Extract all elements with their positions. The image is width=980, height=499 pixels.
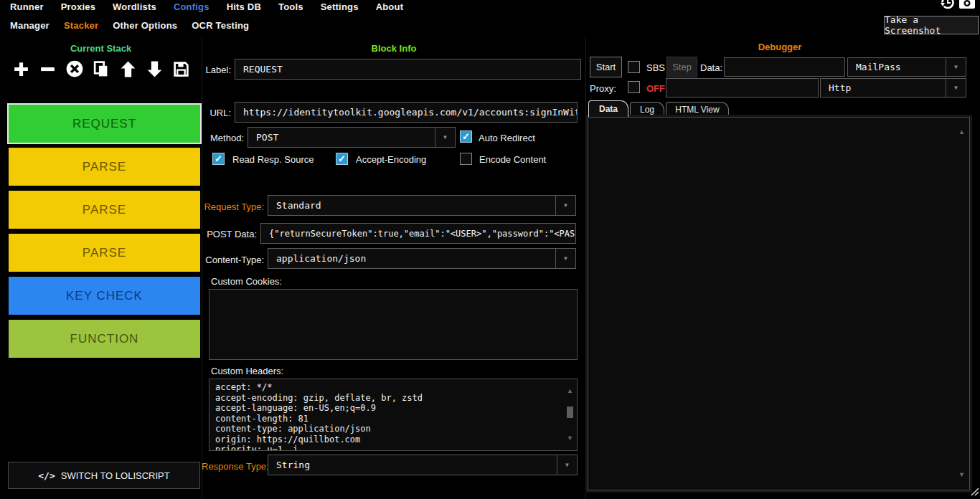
response-type-select[interactable]: String ▼ — [268, 455, 578, 475]
submenu-stacker[interactable]: Stacker — [64, 20, 98, 31]
stack-block-function[interactable]: FUNCTION — [9, 320, 200, 358]
tab-html-view[interactable]: HTML View — [666, 102, 729, 117]
openbullet-window: Runner Proxies Wordlists Configs Hits DB… — [0, 0, 980, 499]
stack-block-keycheck[interactable]: KEY CHECK — [9, 277, 200, 315]
remove-block-icon[interactable] — [37, 59, 58, 79]
menu-tools[interactable]: Tools — [278, 1, 303, 12]
request-type-label: Request Type: — [202, 201, 264, 212]
code-icon: </> — [38, 470, 55, 481]
chevron-down-icon: ▼ — [435, 128, 455, 147]
content-type-select[interactable]: application/json ▼ — [268, 248, 576, 269]
stack-block-parse-1[interactable]: PARSE — [9, 148, 200, 186]
data-label: Data: — [700, 62, 722, 73]
stack-block-request[interactable]: REQUEST — [9, 105, 200, 143]
block-info-title: Block Info — [202, 43, 586, 54]
menu-configs[interactable]: Configs — [174, 1, 209, 12]
proxy-type-select[interactable]: Http ▼ — [820, 78, 966, 98]
chevron-down-icon: ▼ — [555, 249, 575, 268]
camera-icon[interactable] — [958, 0, 976, 12]
response-type-value: String — [276, 460, 310, 470]
switch-label: SWITCH TO LOLISCRIPT — [61, 470, 170, 481]
debugger-output-area[interactable]: ▲ ▼ — [588, 117, 970, 490]
debug-data-input[interactable] — [724, 57, 845, 77]
block-label: PARSE — [83, 203, 126, 217]
scroll-down-icon[interactable]: ▼ — [958, 472, 965, 478]
block-label: PARSE — [83, 246, 126, 260]
duplicate-block-icon[interactable] — [90, 59, 112, 79]
stack-block-parse-2[interactable]: PARSE — [9, 191, 200, 229]
save-config-icon[interactable] — [171, 59, 192, 79]
stack-block-parse-3[interactable]: PARSE — [9, 234, 200, 272]
scrollbar-thumb[interactable] — [567, 407, 573, 418]
move-up-icon[interactable] — [117, 59, 138, 79]
read-resp-source-checkbox[interactable] — [212, 153, 225, 165]
chevron-down-icon: ▼ — [557, 455, 577, 475]
scroll-down-icon[interactable]: ▼ — [567, 435, 573, 442]
sbs-label: SBS — [646, 62, 665, 73]
encode-content-label: Encode Content — [479, 154, 546, 165]
request-type-value: Standard — [276, 200, 321, 211]
chevron-down-icon: ▼ — [946, 79, 966, 97]
wordlist-type-value: MailPass — [856, 62, 901, 72]
tab-label: HTML View — [675, 105, 719, 115]
move-down-icon[interactable] — [144, 59, 166, 79]
label-field-label: Label: — [202, 65, 231, 75]
main-menubar: Runner Proxies Wordlists Configs Hits DB… — [10, 0, 403, 13]
auto-redirect-checkbox[interactable] — [460, 130, 472, 143]
accept-encoding-checkbox[interactable] — [336, 153, 348, 165]
url-field-label: URL: — [202, 108, 231, 118]
custom-headers-label: Custom Headers: — [211, 366, 283, 376]
scroll-up-icon[interactable]: ▲ — [958, 129, 965, 136]
content-type-value: application/json — [276, 253, 366, 264]
tab-data[interactable]: Data — [588, 100, 628, 117]
menu-settings[interactable]: Settings — [321, 1, 359, 12]
block-label: PARSE — [83, 160, 126, 174]
custom-headers-textarea[interactable]: accept: */* accept-encoding: gzip, defla… — [209, 379, 578, 451]
tab-label: Log — [640, 105, 654, 115]
history-icon[interactable] — [940, 0, 956, 12]
label-input[interactable]: REQUEST — [235, 59, 581, 80]
menu-about[interactable]: About — [376, 1, 404, 12]
debugger-title: Debugger — [586, 42, 974, 52]
resize-grip[interactable] — [969, 486, 979, 499]
start-button[interactable]: Start — [590, 57, 622, 77]
submenu-other-options[interactable]: Other Options — [113, 20, 177, 31]
content-type-label: Content-Type: — [202, 255, 264, 265]
proxy-input[interactable] — [666, 78, 819, 98]
post-data-label: POST Data: — [202, 229, 257, 239]
wordlist-type-select[interactable]: MailPass ▼ — [847, 57, 966, 77]
clear-stack-icon[interactable] — [64, 59, 85, 79]
menu-hitsdb[interactable]: Hits DB — [227, 1, 261, 12]
tab-label: Data — [599, 104, 618, 114]
proxy-checkbox[interactable] — [628, 81, 640, 93]
accept-encoding-label: Accept-Encoding — [356, 154, 426, 165]
submenu-ocr-testing[interactable]: OCR Testing — [192, 20, 249, 31]
request-type-select[interactable]: Standard ▼ — [268, 195, 576, 216]
custom-headers-value: accept: */* accept-encoding: gzip, defla… — [215, 382, 561, 451]
sbs-checkbox[interactable] — [628, 61, 640, 73]
scroll-up-icon[interactable]: ▲ — [567, 388, 573, 394]
custom-cookies-label: Custom Cookies: — [211, 276, 282, 287]
encode-content-checkbox[interactable] — [460, 153, 472, 165]
url-input[interactable]: https://identitytoolkit.googleapis.com/v… — [235, 102, 578, 123]
submenu-manager[interactable]: Manager — [10, 20, 50, 31]
tab-log[interactable]: Log — [630, 102, 664, 117]
proxy-status: OFF — [646, 83, 665, 94]
step-button[interactable]: Step — [666, 57, 697, 77]
configs-submenu: Manager Stacker Other Options OCR Testin… — [10, 18, 249, 32]
switch-to-loliscript-button[interactable]: </> SWITCH TO LOLISCRIPT — [8, 462, 200, 489]
menu-runner[interactable]: Runner — [10, 1, 44, 12]
method-select[interactable]: POST ▼ — [248, 127, 456, 148]
current-stack-title: Current Stack — [0, 43, 202, 54]
chevron-down-icon: ▼ — [555, 196, 575, 215]
add-block-icon[interactable] — [10, 59, 32, 79]
menu-proxies[interactable]: Proxies — [61, 1, 95, 12]
auto-redirect-label: Auto Redirect — [479, 133, 535, 143]
read-resp-source-label: Read Resp. Source — [232, 154, 314, 165]
post-data-input[interactable]: {"returnSecureToken":true,"email":"<USER… — [260, 223, 576, 244]
proxy-label: Proxy: — [590, 83, 616, 94]
take-screenshot-button[interactable]: Take a Screenshot — [884, 16, 979, 34]
menu-wordlists[interactable]: Wordlists — [113, 1, 156, 12]
custom-cookies-textarea[interactable] — [209, 289, 578, 360]
panel-divider-right — [585, 37, 586, 499]
